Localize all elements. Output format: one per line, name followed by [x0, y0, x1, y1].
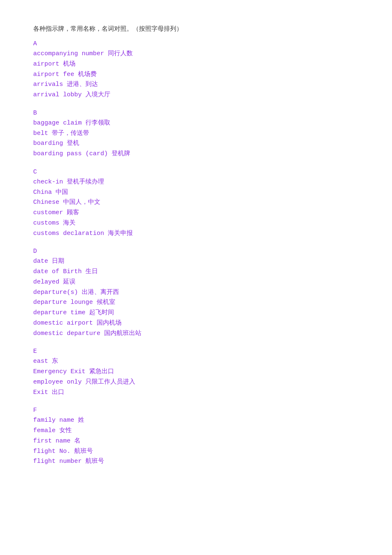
entry-line: departure(s) 出港、离开西 [33, 288, 359, 298]
entry-line: date 日期 [33, 257, 359, 267]
entry-group-f: family name 姓female 女性first name 名flight… [33, 416, 359, 467]
intro-text: 各种指示牌，常用名称，名词对照。（按照字母排列） [33, 25, 359, 33]
section-d: Ddate 日期date of Birth 生日delayed 延误depart… [33, 248, 359, 339]
entry-line: belt 带子，传送带 [33, 129, 359, 139]
entry-line: domestic departure 国内航班出站 [33, 329, 359, 339]
entry-line: Exit 出口 [33, 388, 359, 398]
section-e: Eeast 东Emergency Exit 紧急出口employee only … [33, 348, 359, 398]
entry-line: first name 名 [33, 436, 359, 447]
section-letter-c: C [33, 169, 359, 176]
entry-line: arrival lobby 入境大厅 [33, 90, 359, 100]
entry-line: arrivals 进港、到达 [33, 80, 359, 90]
section-letter-b: B [33, 110, 359, 117]
entry-line: customer 顾客 [33, 208, 359, 218]
entry-line: employee only 只限工作人员进入 [33, 377, 359, 388]
entry-line: check-in 登机手续办理 [33, 177, 359, 188]
entry-line: family name 姓 [33, 416, 359, 426]
entry-line: airport 机场 [33, 59, 359, 70]
section-a: Aaccompanying number 同行人数airport 机场airpo… [33, 40, 359, 100]
entry-line: customs declaration 海关申报 [33, 229, 359, 239]
entry-line: delayed 延误 [33, 277, 359, 288]
entry-line: Emergency Exit 紧急出口 [33, 367, 359, 377]
section-b: Bbaggage claim 行李领取belt 带子，传送带boarding 登… [33, 110, 359, 159]
section-letter-f: F [33, 407, 359, 414]
entry-line: female 女性 [33, 426, 359, 436]
section-f: Ffamily name 姓female 女性first name 名fligh… [33, 407, 359, 467]
entry-group-d: date 日期date of Birth 生日delayed 延误departu… [33, 257, 359, 339]
entry-line: customs 海关 [33, 218, 359, 229]
section-letter-e: E [33, 348, 359, 355]
entry-group-a: accompanying number 同行人数airport 机场airpor… [33, 49, 359, 100]
entry-group-b: baggage claim 行李领取belt 带子，传送带boarding 登机… [33, 118, 359, 159]
entry-line: departure lounge 候机室 [33, 298, 359, 308]
entry-group-c: check-in 登机手续办理China 中国Chinese 中国人，中文cus… [33, 177, 359, 239]
entry-group-e: east 东Emergency Exit 紧急出口employee only 只… [33, 357, 359, 398]
section-c: Ccheck-in 登机手续办理China 中国Chinese 中国人，中文cu… [33, 169, 359, 239]
entry-line: east 东 [33, 357, 359, 367]
section-letter-d: D [33, 248, 359, 255]
entry-line: date of Birth 生日 [33, 267, 359, 277]
entry-line: domestic airport 国内机场 [33, 318, 359, 329]
entry-line: flight number 航班号 [33, 457, 359, 467]
entry-line: China 中国 [33, 188, 359, 198]
entry-line: flight No. 航班号 [33, 447, 359, 457]
entry-line: baggage claim 行李领取 [33, 118, 359, 129]
entry-line: departure time 起飞时间 [33, 308, 359, 318]
entry-line: accompanying number 同行人数 [33, 49, 359, 59]
entry-line: boarding pass (card) 登机牌 [33, 149, 359, 159]
section-letter-a: A [33, 40, 359, 47]
entry-line: airport fee 机场费 [33, 70, 359, 80]
entry-line: Chinese 中国人，中文 [33, 198, 359, 208]
entry-line: boarding 登机 [33, 139, 359, 149]
